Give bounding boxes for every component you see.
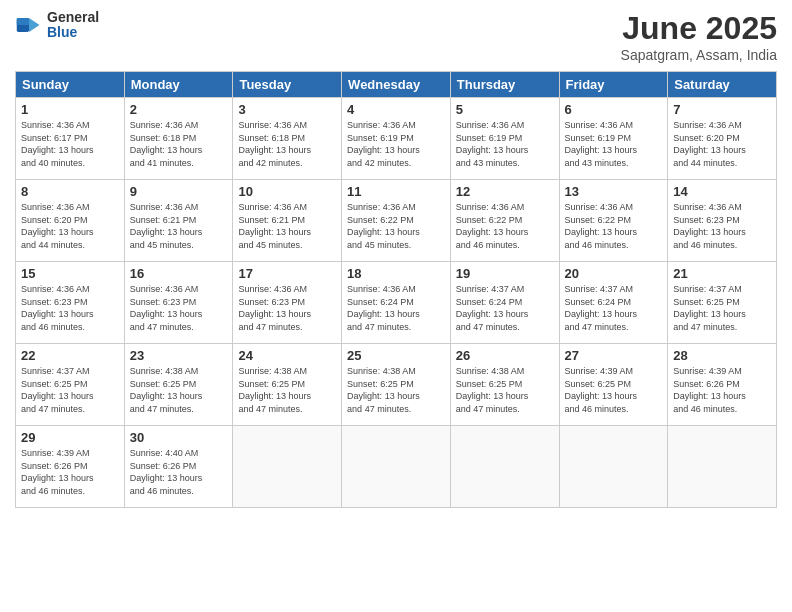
header-saturday: Saturday xyxy=(668,72,777,98)
day-info: Sunrise: 4:36 AM Sunset: 6:23 PM Dayligh… xyxy=(238,283,336,333)
calendar-cell: 15Sunrise: 4:36 AM Sunset: 6:23 PM Dayli… xyxy=(16,262,125,344)
day-info: Sunrise: 4:39 AM Sunset: 6:26 PM Dayligh… xyxy=(21,447,119,497)
month-title: June 2025 xyxy=(621,10,777,47)
day-number: 14 xyxy=(673,184,771,199)
header-row: General Blue June 2025 Sapatgram, Assam,… xyxy=(15,10,777,63)
logo-icon xyxy=(15,11,43,39)
calendar-cell: 14Sunrise: 4:36 AM Sunset: 6:23 PM Dayli… xyxy=(668,180,777,262)
day-info: Sunrise: 4:36 AM Sunset: 6:23 PM Dayligh… xyxy=(21,283,119,333)
header-wednesday: Wednesday xyxy=(342,72,451,98)
day-info: Sunrise: 4:36 AM Sunset: 6:18 PM Dayligh… xyxy=(238,119,336,169)
calendar-cell: 5Sunrise: 4:36 AM Sunset: 6:19 PM Daylig… xyxy=(450,98,559,180)
day-info: Sunrise: 4:36 AM Sunset: 6:19 PM Dayligh… xyxy=(565,119,663,169)
day-number: 19 xyxy=(456,266,554,281)
calendar-cell: 13Sunrise: 4:36 AM Sunset: 6:22 PM Dayli… xyxy=(559,180,668,262)
logo-text: General Blue xyxy=(47,10,99,41)
header-row-days: Sunday Monday Tuesday Wednesday Thursday… xyxy=(16,72,777,98)
calendar-cell: 23Sunrise: 4:38 AM Sunset: 6:25 PM Dayli… xyxy=(124,344,233,426)
calendar-cell: 17Sunrise: 4:36 AM Sunset: 6:23 PM Dayli… xyxy=(233,262,342,344)
calendar-cell: 19Sunrise: 4:37 AM Sunset: 6:24 PM Dayli… xyxy=(450,262,559,344)
day-info: Sunrise: 4:36 AM Sunset: 6:20 PM Dayligh… xyxy=(673,119,771,169)
day-number: 27 xyxy=(565,348,663,363)
header-thursday: Thursday xyxy=(450,72,559,98)
day-number: 23 xyxy=(130,348,228,363)
calendar-cell xyxy=(342,426,451,508)
day-info: Sunrise: 4:36 AM Sunset: 6:21 PM Dayligh… xyxy=(238,201,336,251)
day-number: 4 xyxy=(347,102,445,117)
calendar-cell: 9Sunrise: 4:36 AM Sunset: 6:21 PM Daylig… xyxy=(124,180,233,262)
day-info: Sunrise: 4:39 AM Sunset: 6:26 PM Dayligh… xyxy=(673,365,771,415)
day-number: 21 xyxy=(673,266,771,281)
svg-rect-2 xyxy=(17,18,29,25)
day-number: 17 xyxy=(238,266,336,281)
day-info: Sunrise: 4:36 AM Sunset: 6:20 PM Dayligh… xyxy=(21,201,119,251)
calendar-cell: 10Sunrise: 4:36 AM Sunset: 6:21 PM Dayli… xyxy=(233,180,342,262)
day-info: Sunrise: 4:37 AM Sunset: 6:24 PM Dayligh… xyxy=(456,283,554,333)
day-number: 3 xyxy=(238,102,336,117)
svg-marker-1 xyxy=(29,18,40,32)
calendar-cell: 11Sunrise: 4:36 AM Sunset: 6:22 PM Dayli… xyxy=(342,180,451,262)
calendar-cell: 28Sunrise: 4:39 AM Sunset: 6:26 PM Dayli… xyxy=(668,344,777,426)
day-number: 7 xyxy=(673,102,771,117)
header-sunday: Sunday xyxy=(16,72,125,98)
calendar-cell: 3Sunrise: 4:36 AM Sunset: 6:18 PM Daylig… xyxy=(233,98,342,180)
calendar-week-5: 29Sunrise: 4:39 AM Sunset: 6:26 PM Dayli… xyxy=(16,426,777,508)
calendar-cell xyxy=(559,426,668,508)
day-number: 6 xyxy=(565,102,663,117)
day-number: 26 xyxy=(456,348,554,363)
page-container: General Blue June 2025 Sapatgram, Assam,… xyxy=(0,0,792,518)
day-info: Sunrise: 4:38 AM Sunset: 6:25 PM Dayligh… xyxy=(347,365,445,415)
logo-blue-text: Blue xyxy=(47,25,99,40)
day-info: Sunrise: 4:37 AM Sunset: 6:25 PM Dayligh… xyxy=(673,283,771,333)
day-info: Sunrise: 4:36 AM Sunset: 6:17 PM Dayligh… xyxy=(21,119,119,169)
day-number: 13 xyxy=(565,184,663,199)
day-number: 12 xyxy=(456,184,554,199)
day-info: Sunrise: 4:36 AM Sunset: 6:22 PM Dayligh… xyxy=(456,201,554,251)
day-number: 16 xyxy=(130,266,228,281)
calendar-cell: 2Sunrise: 4:36 AM Sunset: 6:18 PM Daylig… xyxy=(124,98,233,180)
calendar-cell: 12Sunrise: 4:36 AM Sunset: 6:22 PM Dayli… xyxy=(450,180,559,262)
day-number: 28 xyxy=(673,348,771,363)
calendar-cell: 1Sunrise: 4:36 AM Sunset: 6:17 PM Daylig… xyxy=(16,98,125,180)
calendar-cell: 27Sunrise: 4:39 AM Sunset: 6:25 PM Dayli… xyxy=(559,344,668,426)
calendar-cell: 22Sunrise: 4:37 AM Sunset: 6:25 PM Dayli… xyxy=(16,344,125,426)
day-info: Sunrise: 4:36 AM Sunset: 6:19 PM Dayligh… xyxy=(347,119,445,169)
location-text: Sapatgram, Assam, India xyxy=(621,47,777,63)
calendar-cell: 18Sunrise: 4:36 AM Sunset: 6:24 PM Dayli… xyxy=(342,262,451,344)
calendar-cell: 6Sunrise: 4:36 AM Sunset: 6:19 PM Daylig… xyxy=(559,98,668,180)
calendar-cell xyxy=(668,426,777,508)
day-number: 1 xyxy=(21,102,119,117)
day-info: Sunrise: 4:36 AM Sunset: 6:23 PM Dayligh… xyxy=(130,283,228,333)
day-number: 30 xyxy=(130,430,228,445)
day-info: Sunrise: 4:40 AM Sunset: 6:26 PM Dayligh… xyxy=(130,447,228,497)
day-number: 25 xyxy=(347,348,445,363)
logo-general-text: General xyxy=(47,10,99,25)
day-number: 9 xyxy=(130,184,228,199)
calendar-table: Sunday Monday Tuesday Wednesday Thursday… xyxy=(15,71,777,508)
calendar-cell: 26Sunrise: 4:38 AM Sunset: 6:25 PM Dayli… xyxy=(450,344,559,426)
day-info: Sunrise: 4:36 AM Sunset: 6:24 PM Dayligh… xyxy=(347,283,445,333)
calendar-week-4: 22Sunrise: 4:37 AM Sunset: 6:25 PM Dayli… xyxy=(16,344,777,426)
calendar-week-2: 8Sunrise: 4:36 AM Sunset: 6:20 PM Daylig… xyxy=(16,180,777,262)
header-monday: Monday xyxy=(124,72,233,98)
day-info: Sunrise: 4:38 AM Sunset: 6:25 PM Dayligh… xyxy=(456,365,554,415)
day-info: Sunrise: 4:37 AM Sunset: 6:24 PM Dayligh… xyxy=(565,283,663,333)
day-number: 22 xyxy=(21,348,119,363)
day-info: Sunrise: 4:39 AM Sunset: 6:25 PM Dayligh… xyxy=(565,365,663,415)
calendar-week-1: 1Sunrise: 4:36 AM Sunset: 6:17 PM Daylig… xyxy=(16,98,777,180)
day-info: Sunrise: 4:36 AM Sunset: 6:22 PM Dayligh… xyxy=(347,201,445,251)
day-number: 15 xyxy=(21,266,119,281)
day-number: 29 xyxy=(21,430,119,445)
day-info: Sunrise: 4:38 AM Sunset: 6:25 PM Dayligh… xyxy=(238,365,336,415)
day-number: 24 xyxy=(238,348,336,363)
day-info: Sunrise: 4:38 AM Sunset: 6:25 PM Dayligh… xyxy=(130,365,228,415)
day-number: 10 xyxy=(238,184,336,199)
calendar-cell: 16Sunrise: 4:36 AM Sunset: 6:23 PM Dayli… xyxy=(124,262,233,344)
day-info: Sunrise: 4:36 AM Sunset: 6:23 PM Dayligh… xyxy=(673,201,771,251)
calendar-cell xyxy=(450,426,559,508)
calendar-cell: 20Sunrise: 4:37 AM Sunset: 6:24 PM Dayli… xyxy=(559,262,668,344)
calendar-week-3: 15Sunrise: 4:36 AM Sunset: 6:23 PM Dayli… xyxy=(16,262,777,344)
title-section: June 2025 Sapatgram, Assam, India xyxy=(621,10,777,63)
calendar-cell: 8Sunrise: 4:36 AM Sunset: 6:20 PM Daylig… xyxy=(16,180,125,262)
day-info: Sunrise: 4:37 AM Sunset: 6:25 PM Dayligh… xyxy=(21,365,119,415)
